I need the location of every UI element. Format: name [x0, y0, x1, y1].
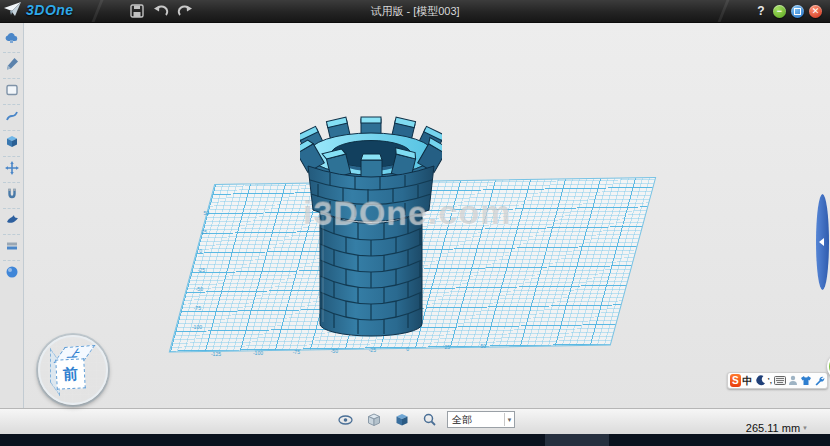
measurement-value: 265.11 mm — [746, 422, 800, 434]
left-toolbar — [0, 23, 24, 434]
cube-solid-icon — [395, 413, 409, 427]
grid-label: -50 — [196, 286, 203, 291]
grid-label: 50 — [204, 210, 210, 215]
visibility-toggle-button[interactable] — [338, 412, 353, 427]
rounded-square-icon — [5, 83, 19, 97]
curve-icon — [5, 109, 19, 123]
view-orientation-widget[interactable]: 上 前 — [38, 335, 108, 405]
grid-label: -25 — [198, 267, 205, 272]
bird-icon — [5, 213, 19, 227]
tower-model[interactable] — [300, 116, 442, 348]
measurement-readout[interactable]: 265.11 mm ▼ — [746, 422, 808, 434]
app-window: 3DOne 试用 — [0, 0, 830, 446]
wireframe-mode-button[interactable] — [366, 412, 381, 427]
sidebar-item-model-library[interactable] — [0, 28, 23, 48]
minimize-button[interactable]: − — [773, 5, 786, 18]
ime-punctuation-toggle[interactable]: ’, — [768, 374, 772, 387]
eye-icon — [338, 415, 353, 425]
sidebar-item-sketch-draw[interactable] — [0, 54, 23, 74]
keyboard-icon — [774, 376, 786, 385]
cube-icon — [5, 135, 19, 149]
sidebar-item-feature-modeling[interactable] — [0, 132, 23, 152]
sidebar-divider — [3, 78, 20, 79]
magnet-icon — [5, 187, 19, 201]
sidebar-divider — [3, 104, 20, 105]
pen-icon — [5, 57, 19, 71]
sidebar-divider — [3, 156, 20, 157]
sidebar-item-assembly[interactable] — [0, 184, 23, 204]
close-button[interactable]: ✕ — [809, 5, 822, 18]
sidebar-item-display-list[interactable] — [0, 236, 23, 256]
ime-fullhalf-toggle[interactable] — [755, 374, 766, 387]
grid-label: 25 — [202, 229, 208, 234]
grid-label: -100 — [192, 324, 202, 329]
shaded-mode-button[interactable] — [394, 412, 409, 427]
display-filter-value: 全部 — [448, 413, 504, 427]
ime-skin[interactable] — [800, 374, 812, 387]
status-bar: 全部 ▼ 265.11 mm ▼ — [0, 408, 830, 435]
footer-strip — [0, 434, 830, 446]
title-bar: 3DOne 试用 — [0, 0, 830, 23]
grid-label: -50 — [331, 348, 338, 353]
grid-label: -25 — [369, 347, 376, 352]
tshirt-icon — [800, 375, 812, 386]
grid-label: 50 — [481, 343, 487, 348]
ime-soft-keyboard[interactable] — [774, 374, 786, 387]
ime-mode-toggle[interactable]: 中 — [743, 374, 753, 387]
cube-outline-icon — [367, 413, 381, 427]
watermark: i3DOne.com — [303, 193, 511, 232]
model-library-cloud-icon — [4, 31, 19, 45]
person-icon — [788, 375, 798, 386]
sidebar-item-sketch-edit[interactable] — [0, 106, 23, 126]
sidebar-item-material-render[interactable] — [0, 262, 23, 282]
panel-expand-tab[interactable] — [816, 194, 829, 290]
sidebar-divider — [3, 182, 20, 183]
sidebar-item-special-effects[interactable] — [0, 210, 23, 230]
display-filter-dropdown[interactable]: 全部 ▼ — [447, 411, 515, 428]
sidebar-item-basic-edit[interactable] — [0, 158, 23, 178]
grid-label: -100 — [253, 350, 263, 355]
sidebar-divider — [3, 52, 20, 53]
ime-logo[interactable]: S — [730, 374, 741, 387]
help-button[interactable]: ? — [754, 4, 768, 18]
chevron-down-icon: ▼ — [504, 413, 514, 426]
grid-label: 25 — [445, 344, 451, 349]
move-arrows-icon — [5, 161, 19, 175]
grid-label: -75 — [194, 305, 201, 310]
stacked-bars-icon — [5, 239, 19, 253]
grid-label: -125 — [211, 351, 221, 356]
wrench-icon — [814, 375, 825, 386]
sidebar-divider — [3, 130, 20, 131]
moon-icon — [755, 375, 766, 386]
zoom-button[interactable] — [422, 412, 437, 427]
maximize-button[interactable] — [791, 5, 804, 18]
grid-label: 0 — [199, 248, 202, 253]
sidebar-divider — [3, 208, 20, 209]
viewport-canvas[interactable]: -125 -100 -75 -50 -25 0 25 50 50 25 0 -2… — [24, 23, 830, 408]
ime-toolbar: S 中 ’, — [727, 372, 828, 389]
sidebar-item-basic-solid[interactable] — [0, 80, 23, 100]
magnifier-icon — [423, 413, 436, 426]
grid-label: -75 — [293, 349, 300, 354]
chevron-left-icon — [819, 238, 824, 246]
sidebar-divider — [3, 234, 20, 235]
document-title: 试用版 - [模型003] — [0, 0, 830, 22]
view-cube-front-face[interactable]: 前 — [55, 358, 86, 389]
chevron-down-icon: ▼ — [802, 425, 808, 431]
ime-settings[interactable] — [814, 374, 825, 387]
maximize-icon — [794, 8, 801, 15]
sphere-icon — [5, 265, 19, 279]
ime-account[interactable] — [788, 374, 798, 387]
footer-segment — [545, 434, 609, 446]
sidebar-divider — [3, 260, 20, 261]
